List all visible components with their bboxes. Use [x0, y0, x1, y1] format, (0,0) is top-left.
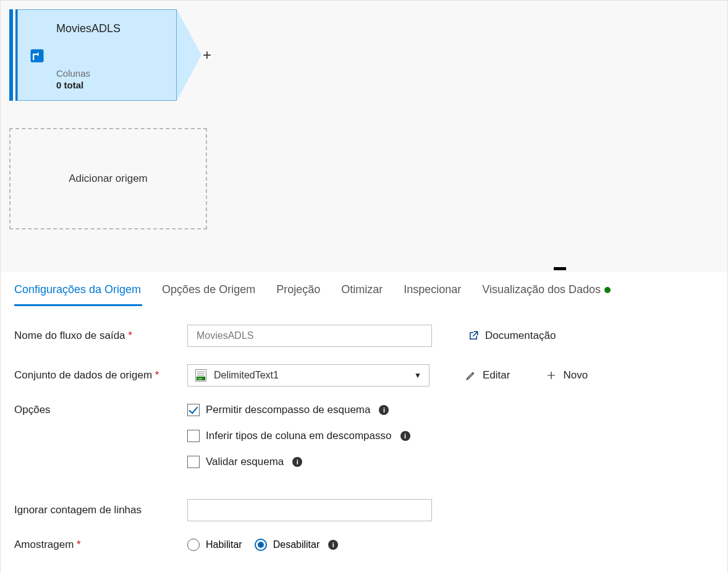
panel-resize-handle[interactable]: [554, 267, 566, 270]
tab-data-preview[interactable]: Visualização dos Dados: [482, 283, 611, 306]
edit-dataset-button[interactable]: Editar: [465, 369, 510, 382]
svg-text:csv: csv: [198, 377, 203, 380]
output-stream-label: Nome do fluxo de saída *: [14, 330, 187, 342]
info-icon[interactable]: i: [379, 405, 389, 415]
properties-panel: Configurações da Origem Opções de Origem…: [0, 272, 728, 572]
status-dot-icon: [604, 287, 611, 293]
new-dataset-button[interactable]: Novo: [546, 369, 588, 382]
source-columns-total: 0 total: [56, 80, 170, 90]
database-icon: [28, 46, 46, 64]
dataflow-canvas[interactable]: MoviesADLS Colunas 0 total + Adicionar o…: [0, 0, 728, 272]
add-source-box[interactable]: Adicionar origem: [9, 128, 207, 229]
info-icon[interactable]: i: [292, 457, 302, 467]
tab-source-settings[interactable]: Configurações da Origem: [14, 283, 141, 306]
sampling-label: Amostragem *: [14, 539, 187, 551]
sampling-enable-radio[interactable]: [187, 539, 200, 551]
csv-file-icon: csv: [195, 369, 206, 382]
svg-rect-0: [31, 49, 44, 62]
open-external-icon: [468, 330, 479, 341]
options-label: Opções: [14, 404, 187, 416]
sampling-disable-radio[interactable]: [255, 539, 267, 551]
tab-inspect[interactable]: Inspecionar: [404, 283, 461, 306]
validate-schema-checkbox[interactable]: [187, 456, 200, 468]
source-title: MoviesADLS: [56, 22, 170, 35]
infer-types-checkbox[interactable]: [187, 430, 200, 442]
skip-lines-label: Ignorar contagem de linhas: [14, 504, 187, 516]
plus-icon: [546, 370, 557, 381]
dataset-select[interactable]: csv DelimitedText1 ▼: [187, 364, 430, 386]
source-columns-label: Colunas: [56, 68, 170, 79]
output-stream-input[interactable]: [187, 325, 432, 347]
info-icon[interactable]: i: [400, 431, 410, 441]
tab-projection[interactable]: Projeção: [276, 283, 320, 306]
source-node-arrow: [177, 9, 201, 101]
add-step-button[interactable]: +: [201, 46, 215, 64]
chevron-down-icon: ▼: [414, 371, 421, 380]
tab-source-options[interactable]: Opções de Origem: [162, 283, 255, 306]
source-node[interactable]: MoviesADLS Colunas 0 total: [9, 9, 201, 101]
source-node-selected-bar: [9, 9, 13, 101]
pencil-icon: [465, 370, 476, 381]
dataset-label: Conjunto de dados de origem *: [14, 369, 187, 382]
documentation-link[interactable]: Documentação: [468, 330, 556, 342]
add-source-label: Adicionar origem: [69, 173, 148, 185]
skip-lines-input[interactable]: [187, 499, 432, 521]
info-icon[interactable]: i: [328, 540, 338, 550]
schema-drift-checkbox[interactable]: [187, 404, 200, 416]
tab-optimize[interactable]: Otimizar: [341, 283, 383, 306]
property-tabs: Configurações da Origem Opções de Origem…: [14, 272, 714, 306]
